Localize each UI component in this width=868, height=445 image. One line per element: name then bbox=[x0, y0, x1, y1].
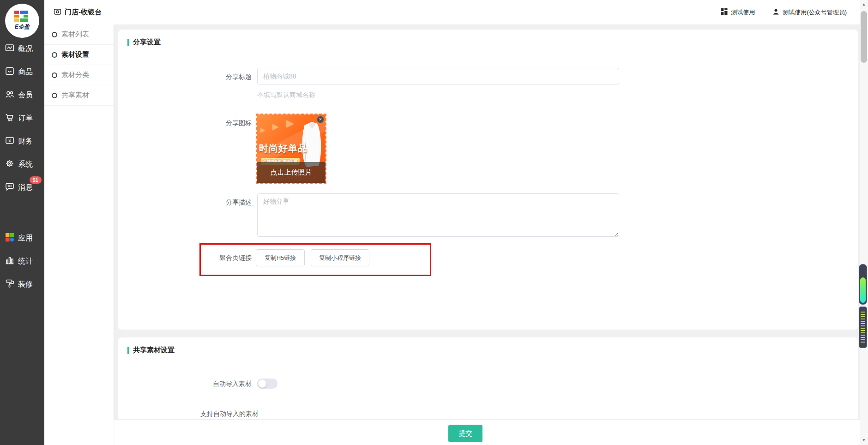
shared-material-card: 共享素材设置 自动导入素材 支持自动导入的素材 bbox=[118, 337, 858, 419]
section-title: 分享设置 bbox=[133, 38, 161, 47]
copy-miniprogram-link-button[interactable]: 复制小程序链接 bbox=[311, 249, 369, 266]
share-desc-textarea[interactable] bbox=[257, 193, 619, 237]
shop-label: 测试使用 bbox=[731, 8, 755, 17]
radio-circle-icon bbox=[52, 52, 57, 58]
auto-import-support-label: 支持自动导入的素材 bbox=[200, 410, 259, 418]
form-footer: 提交 bbox=[114, 419, 860, 445]
copy-h5-link-button[interactable]: 复制H5链接 bbox=[256, 249, 305, 266]
submit-button[interactable]: 提交 bbox=[448, 425, 482, 442]
scroll-up-icon[interactable]: ▲ bbox=[860, 1, 868, 8]
banner-headline: 时尚好单品 bbox=[259, 142, 307, 155]
page-title-group: 门店-收银台 bbox=[54, 8, 102, 17]
sidebar-item-label: 会员 bbox=[18, 90, 33, 100]
share-desc-label: 分享描述 bbox=[118, 198, 252, 207]
goods-icon bbox=[5, 66, 15, 78]
sidebar-item-label: 商品 bbox=[18, 67, 33, 77]
share-title-input[interactable] bbox=[257, 68, 619, 84]
share-icon-upload[interactable]: ▶ ▶ ▶ 时尚好单品 个性时尚页 热销火爆 点击上传照片 × bbox=[256, 114, 326, 184]
radio-circle-icon bbox=[52, 93, 57, 98]
sidebar-item-label: 应用 bbox=[18, 234, 33, 243]
radio-circle-icon bbox=[52, 32, 57, 37]
sidebar-item-finance[interactable]: ¥ 财务 bbox=[0, 130, 44, 153]
audio-meter-scale-overlay bbox=[859, 307, 867, 348]
logo-mosaic-icon bbox=[14, 11, 30, 23]
cashier-icon bbox=[54, 8, 61, 17]
sidebar-item-label: 装修 bbox=[18, 280, 33, 289]
sidebar-item-label: 订单 bbox=[18, 114, 33, 123]
subnav-item-label: 共享素材 bbox=[61, 91, 89, 100]
subnav-item-material-category[interactable]: 素材分类 bbox=[44, 65, 114, 85]
arrow-icon: ▶ bbox=[260, 126, 265, 133]
sidebar-item-decorate[interactable]: 装修 bbox=[0, 273, 44, 296]
share-title-label: 分享标题 bbox=[118, 73, 252, 81]
sidebar-item-label: 概况 bbox=[18, 44, 33, 54]
scrollbar-thumb[interactable] bbox=[861, 11, 867, 63]
main-content: 分享设置 分享标题 不填写默认商城名称 分享图标 ▶ ▶ ▶ 时尚好单品 个性时… bbox=[114, 24, 860, 445]
auto-import-toggle[interactable] bbox=[257, 379, 277, 389]
audio-meter-stripes bbox=[861, 312, 865, 344]
apps-icon bbox=[5, 232, 15, 244]
top-header: 门店-收银台 测试使用 测试使用(公众号管理员) bbox=[44, 0, 860, 24]
sidebar-item-label: 统计 bbox=[18, 257, 33, 266]
sidebar-item-label: 消息 bbox=[18, 183, 33, 192]
section-accent-bar bbox=[127, 347, 129, 354]
user-label: 测试使用(公众号管理员) bbox=[783, 8, 847, 17]
sidebar-item-overview[interactable]: 概况 bbox=[0, 37, 44, 60]
section-title: 共享素材设置 bbox=[133, 346, 175, 355]
orders-icon bbox=[5, 112, 15, 124]
aggregate-link-label: 聚合页链接 bbox=[118, 254, 252, 262]
system-icon bbox=[5, 158, 15, 170]
page-title: 门店-收银台 bbox=[65, 8, 102, 17]
sidebar-item-members[interactable]: 会员 bbox=[0, 84, 44, 107]
subnav-item-label: 素材设置 bbox=[61, 50, 89, 59]
auto-import-label: 自动导入素材 bbox=[118, 380, 252, 388]
sidebar-item-goods[interactable]: 商品 bbox=[0, 60, 44, 84]
app-logo[interactable]: E企盈 bbox=[5, 4, 39, 38]
sidebar-item-apps[interactable]: 应用 bbox=[0, 227, 44, 250]
toggle-knob bbox=[258, 379, 266, 388]
user-menu[interactable]: 测试使用(公众号管理员) bbox=[772, 8, 847, 17]
decorate-icon bbox=[5, 278, 15, 290]
subnav-item-material-list[interactable]: 素材列表 bbox=[44, 24, 114, 45]
sidebar-item-orders[interactable]: 订单 bbox=[0, 107, 44, 130]
share-settings-card: 分享设置 分享标题 不填写默认商城名称 分享图标 ▶ ▶ ▶ 时尚好单品 个性时… bbox=[118, 30, 858, 330]
subnav-item-label: 素材分类 bbox=[61, 71, 89, 79]
subnav-item-material-settings[interactable]: 素材设置 bbox=[44, 45, 114, 65]
user-icon bbox=[772, 8, 779, 17]
finance-icon: ¥ bbox=[5, 135, 15, 147]
share-icon-label: 分享图标 bbox=[118, 119, 252, 127]
grid-icon bbox=[721, 8, 728, 17]
subnav-item-label: 素材列表 bbox=[61, 30, 89, 39]
vertical-scrollbar[interactable]: ▲ ▼ bbox=[860, 0, 868, 445]
overview-icon bbox=[5, 43, 15, 55]
radio-circle-icon bbox=[52, 72, 57, 78]
messages-icon bbox=[5, 181, 15, 193]
sidebar-item-label: 系统 bbox=[18, 160, 33, 169]
svg-text:¥: ¥ bbox=[8, 138, 11, 143]
sidebar-item-messages[interactable]: 消息 51 bbox=[0, 176, 44, 199]
shop-switcher[interactable]: 测试使用 bbox=[721, 8, 755, 17]
share-title-hint: 不填写默认商城名称 bbox=[257, 91, 315, 99]
messages-badge: 51 bbox=[30, 176, 42, 184]
audio-meter-overlay bbox=[859, 264, 867, 305]
material-subnav: 素材列表 素材设置 素材分类 共享素材 bbox=[44, 0, 114, 445]
logo-text: E企盈 bbox=[15, 23, 30, 31]
audio-meter-level bbox=[860, 277, 866, 303]
remove-image-button[interactable]: × bbox=[317, 116, 324, 123]
sidebar-item-stats[interactable]: 统计 bbox=[0, 250, 44, 273]
scroll-down-icon[interactable]: ▼ bbox=[860, 437, 868, 444]
sidebar-item-system[interactable]: 系统 bbox=[0, 153, 44, 176]
share-icon-image: ▶ ▶ ▶ 时尚好单品 个性时尚页 热销火爆 点击上传照片 × bbox=[257, 114, 326, 183]
arrow-icon: ▶ bbox=[286, 118, 294, 129]
members-icon bbox=[5, 89, 15, 101]
section-accent-bar bbox=[127, 39, 129, 46]
stats-icon bbox=[5, 255, 15, 267]
subnav-item-shared-material[interactable]: 共享素材 bbox=[44, 85, 114, 106]
main-sidebar: E企盈 概况 商品 会员 订单 ¥ 财务 系统 消息 51 bbox=[0, 0, 44, 445]
arrow-icon: ▶ bbox=[272, 122, 278, 132]
sidebar-item-label: 财务 bbox=[18, 137, 33, 146]
upload-photo-overlay[interactable]: 点击上传照片 bbox=[257, 162, 326, 183]
